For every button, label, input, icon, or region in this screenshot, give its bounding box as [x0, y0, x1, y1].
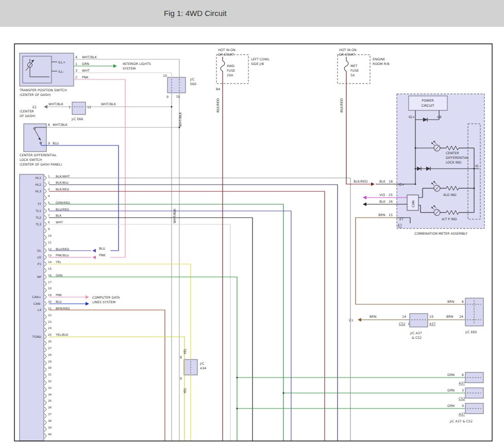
- diagram-label: A34: [200, 366, 206, 370]
- pin-wire-label: BLK/BLU: [56, 181, 69, 184]
- diagram-label: GRN: [447, 404, 455, 407]
- diagram-label: 25: [389, 193, 393, 197]
- diagram-label: ILL-: [58, 70, 64, 73]
- junction-dot: [473, 168, 475, 169]
- pin-number: 26: [48, 340, 52, 343]
- pin-number: 31: [48, 373, 52, 376]
- diagram-label: BRN: [446, 315, 453, 318]
- pin-number: 33: [48, 386, 52, 389]
- pin-number: 25: [48, 333, 52, 336]
- diagram-label: E2: [32, 105, 37, 109]
- diagram-label: VIO: [379, 193, 385, 197]
- jc-e60-top-box: [167, 77, 186, 93]
- diagram-label: CIRCUIT: [421, 104, 434, 107]
- diagram-label: SIDE J/B: [251, 62, 264, 66]
- diagram-label: 20A: [227, 73, 233, 77]
- pin-wire-label: PNK/BLU: [56, 253, 69, 257]
- diagram-label: WHT: [82, 69, 90, 72]
- diagram-label: 9: [166, 95, 169, 99]
- diagram-label: A37: [429, 322, 435, 325]
- pin-name: TL3: [35, 222, 41, 226]
- diagram-label: CENTER: [446, 151, 459, 155]
- diagram-label: C52: [459, 397, 465, 400]
- junction-dot: [414, 147, 416, 149]
- pin-name: L4: [38, 308, 41, 312]
- pin-number: 39: [48, 426, 52, 429]
- diagram-label: (CENTER OF DASH PANEL): [20, 162, 62, 166]
- pin-number: 19: [48, 293, 52, 297]
- diagram-label: INTERIOR LIGHTS: [123, 62, 151, 66]
- pin-name: NP: [37, 275, 41, 279]
- diagram-label: & C52: [412, 336, 422, 339]
- pin-name: CAN-: [33, 302, 41, 305]
- diagram-label: ET: [399, 217, 404, 221]
- diagram-label: 2: [75, 75, 77, 79]
- diagram-label: FUSE: [350, 69, 359, 72]
- jc-e60-bottom-box: [465, 298, 483, 326]
- diagram-label: LINES SYSTEM: [92, 300, 115, 304]
- diagram-label: J/C: [199, 362, 205, 366]
- pin-wire-label: BLU: [56, 300, 62, 303]
- pin-wire-label: GRN: [56, 273, 62, 277]
- pin-name: HL2: [35, 183, 41, 186]
- pin-number: 22: [48, 314, 52, 317]
- diagram-label: 6: [48, 123, 50, 126]
- diagram-label: (CENTER: [20, 109, 34, 113]
- diagram-label: 9: [48, 141, 50, 145]
- diagram-label: C1: [349, 318, 353, 322]
- diagram-label: MET: [350, 64, 357, 68]
- diagram-label: 9: [462, 404, 464, 407]
- diagram-label: J/C: [190, 77, 195, 81]
- diagram-label: C52: [399, 322, 405, 325]
- pin-name: DL: [37, 249, 42, 252]
- pin-number: 21: [48, 307, 52, 310]
- pin-number: 2: [48, 181, 50, 184]
- figure-header: Fig 1: 4WD Circuit: [0, 0, 504, 27]
- diagram-label: LOCK IND: [446, 160, 461, 164]
- pin-name: P1: [38, 262, 42, 266]
- pin-number: 18: [48, 287, 52, 290]
- diagram-label: 9: [180, 376, 182, 380]
- diagram-label: COMPUTER DATA: [92, 296, 120, 299]
- diagram-label: OR START: [339, 53, 355, 56]
- diagram-label: BLU: [53, 141, 59, 145]
- pin-wire-label: YEL/BLK: [55, 333, 69, 336]
- diagram-label: ROOM R/B: [373, 62, 390, 66]
- diagram-label: E60: [190, 82, 196, 86]
- diagram-label: GRN: [82, 62, 89, 66]
- diagram-label: WHT/BLK: [82, 55, 97, 59]
- jc-a37-c52-box: [410, 314, 428, 327]
- diagram-label: BLU: [99, 247, 106, 250]
- pin-number: 35: [48, 399, 52, 402]
- pin-wire-label: BLK/WHT: [56, 174, 70, 178]
- jc-e66-box: [72, 102, 86, 114]
- pin-number: 10: [48, 234, 52, 237]
- diagram-label: HOT IN ON: [218, 48, 236, 52]
- pin-number: 14: [48, 260, 52, 264]
- pin-number: 16: [48, 274, 52, 277]
- diagram-label: A37: [459, 412, 465, 416]
- diagram-label: YEL: [183, 387, 187, 394]
- diagram-label: IG+: [409, 115, 415, 119]
- diagram-label: BLK/RED: [340, 99, 343, 112]
- page: { "header": { "title": "Fig 1: 4WD Circu…: [0, 0, 504, 442]
- junction-dot: [414, 168, 416, 169]
- diagram-label: WHT/BLK: [53, 123, 68, 126]
- diagram-label: FUSE: [227, 69, 235, 72]
- diagram-label: 1: [75, 62, 77, 66]
- pin-name: HL1: [35, 176, 41, 179]
- diagram-label: 1: [408, 322, 410, 325]
- diagram-label: B4: [216, 87, 220, 91]
- figure-title: Fig 1: 4WD Circuit: [164, 0, 227, 27]
- junction-dot: [236, 407, 238, 409]
- pin-number: 8: [48, 221, 50, 224]
- pin-number: 4: [48, 194, 50, 198]
- diagram-label: PNK: [99, 253, 106, 257]
- pin-number: 11: [48, 241, 52, 244]
- pin-wire-label: PNK: [56, 293, 62, 297]
- diagram-label: HOT IN ON: [339, 48, 357, 52]
- transfer-position-switch-box: [20, 53, 74, 86]
- pin-number: 38: [48, 419, 52, 422]
- pin-name: CAN+: [32, 295, 41, 299]
- diagram-label: 4: [75, 55, 77, 59]
